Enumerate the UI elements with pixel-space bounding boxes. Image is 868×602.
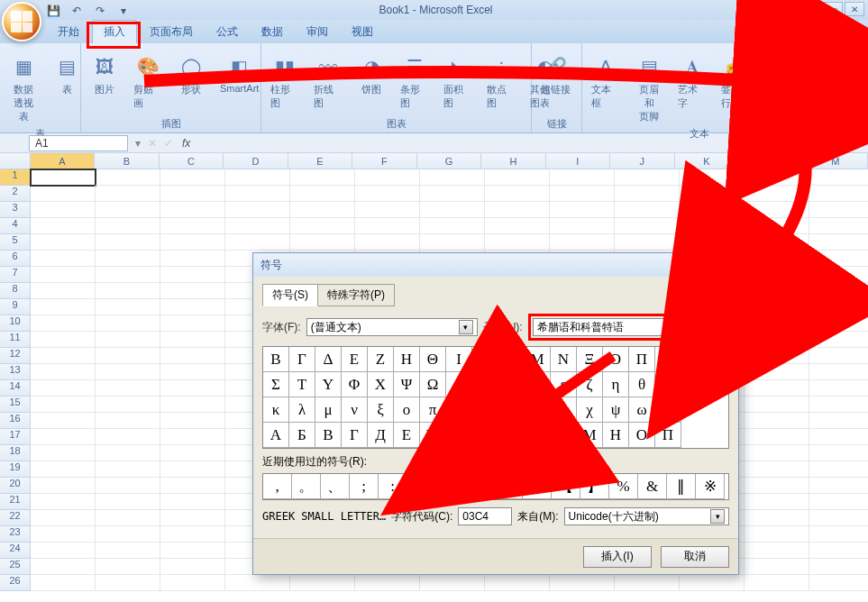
cell[interactable] — [160, 169, 225, 186]
cell[interactable] — [96, 510, 160, 526]
cell[interactable] — [31, 526, 96, 543]
cell[interactable] — [745, 413, 809, 429]
undo-icon[interactable]: ↶ — [69, 3, 85, 19]
cell[interactable] — [225, 169, 290, 186]
symbol-cell[interactable]: θ — [629, 372, 655, 397]
cell[interactable] — [745, 348, 809, 364]
symbol-cell[interactable]: δ — [525, 372, 551, 397]
dialog-close-button[interactable]: ✕ — [711, 257, 731, 273]
symbol-cell[interactable]: ρ — [446, 397, 472, 423]
minimize-button[interactable]: — — [801, 2, 821, 16]
recent-symbol[interactable]: ( — [523, 474, 552, 499]
symbol-cell[interactable]: Γ — [289, 347, 315, 372]
cell[interactable] — [745, 526, 809, 543]
symbol-cell[interactable]: Μ — [525, 347, 551, 372]
recent-symbol[interactable]: ! — [407, 474, 436, 499]
col-header-F[interactable]: F — [352, 153, 416, 169]
cell[interactable] — [809, 299, 868, 315]
cell[interactable] — [420, 202, 485, 218]
symbol-cell[interactable]: Ε — [342, 347, 368, 372]
col-header-G[interactable]: G — [417, 153, 481, 169]
row-header-25[interactable]: 25 — [0, 559, 31, 575]
cell[interactable] — [809, 186, 868, 202]
symbol-cell[interactable]: И — [472, 423, 498, 448]
cell[interactable] — [745, 267, 809, 283]
area-chart-button[interactable]: ◣面积图 — [440, 50, 476, 112]
name-box[interactable]: A1 — [29, 135, 128, 151]
fx-icon[interactable]: fx — [177, 137, 196, 150]
special-button[interactable]: •· — [822, 50, 858, 96]
cell[interactable] — [96, 494, 160, 510]
namebox-dropdown-icon[interactable]: ▾ — [132, 137, 144, 150]
cell[interactable] — [96, 380, 160, 397]
cell[interactable] — [225, 218, 290, 234]
symbol-cell[interactable]: φ — [551, 397, 577, 423]
cell[interactable] — [160, 283, 225, 299]
font-select[interactable]: (普通文本) ▾ — [306, 318, 478, 336]
cell[interactable] — [809, 332, 868, 348]
symbol-cell[interactable]: Λ — [498, 347, 525, 372]
close-button[interactable]: ✕ — [845, 2, 864, 16]
row-header-7[interactable]: 7 — [0, 267, 31, 283]
cell[interactable] — [31, 299, 96, 315]
col-header-H[interactable]: H — [481, 153, 545, 169]
textbox-button[interactable]: A文本框 — [588, 50, 624, 112]
symbol-cell[interactable]: Ζ — [368, 347, 394, 372]
row-header-22[interactable]: 22 — [0, 510, 31, 526]
symbol-cell[interactable]: Κ — [472, 347, 498, 372]
symbol-cell[interactable]: В — [315, 423, 342, 448]
cell[interactable] — [485, 234, 550, 251]
cell[interactable] — [160, 494, 225, 510]
cell[interactable] — [355, 169, 420, 186]
cell[interactable] — [225, 202, 290, 218]
symbol-cell[interactable]: ι — [655, 372, 681, 397]
pie-chart-button[interactable]: ◔饼图 — [353, 50, 389, 98]
cell[interactable] — [355, 218, 420, 234]
dialog-tab-special[interactable]: 特殊字符(P) — [317, 284, 395, 306]
dialog-help-button[interactable]: ? — [688, 257, 708, 273]
line-chart-button[interactable]: 〰折线图 — [310, 50, 346, 112]
cell[interactable] — [809, 445, 868, 461]
symbol-cell[interactable]: ν — [342, 397, 368, 423]
cell[interactable] — [809, 478, 868, 494]
cell[interactable] — [809, 218, 868, 234]
cell[interactable] — [290, 169, 355, 186]
cell[interactable] — [550, 169, 615, 186]
hyperlink-button[interactable]: 🔗超链接 — [537, 50, 574, 98]
clipart-button[interactable]: 🎨剪贴画 — [130, 50, 166, 112]
cell[interactable] — [160, 234, 225, 251]
signature-line-button[interactable]: ✍签名行 — [717, 50, 754, 112]
row-header-19[interactable]: 19 — [0, 461, 31, 478]
cell[interactable] — [96, 251, 160, 267]
cell[interactable] — [31, 234, 96, 251]
select-all-corner[interactable] — [0, 153, 31, 169]
picture-button[interactable]: 🖼图片 — [87, 50, 123, 98]
cancel-formula-icon[interactable]: ✕ — [144, 137, 160, 150]
cell[interactable] — [615, 575, 680, 591]
symbol-cell[interactable]: ψ — [603, 397, 629, 423]
cell[interactable] — [31, 332, 96, 348]
symbol-cell[interactable]: η — [603, 372, 629, 397]
cell[interactable] — [745, 559, 809, 575]
cell[interactable] — [809, 559, 868, 575]
cell[interactable] — [550, 575, 615, 591]
cell[interactable] — [31, 251, 96, 267]
cell[interactable] — [745, 380, 809, 397]
cell[interactable] — [809, 526, 868, 543]
cell[interactable] — [809, 202, 868, 218]
cell[interactable] — [745, 364, 809, 380]
symbol-cell[interactable]: Σ — [263, 372, 289, 397]
symbol-cell[interactable]: π — [420, 397, 446, 423]
col-header-K[interactable]: K — [675, 153, 739, 169]
symbol-cell[interactable]: Τ — [289, 372, 315, 397]
col-header-L[interactable]: L — [739, 153, 803, 169]
cell[interactable] — [31, 575, 96, 591]
cell[interactable] — [96, 526, 160, 543]
font-dropdown-icon[interactable]: ▾ — [459, 320, 473, 334]
row-header-15[interactable]: 15 — [0, 397, 31, 413]
row-header-16[interactable]: 16 — [0, 413, 31, 429]
cell[interactable] — [485, 186, 550, 202]
cell[interactable] — [355, 202, 420, 218]
cell[interactable] — [680, 202, 745, 218]
cell[interactable] — [745, 494, 809, 510]
